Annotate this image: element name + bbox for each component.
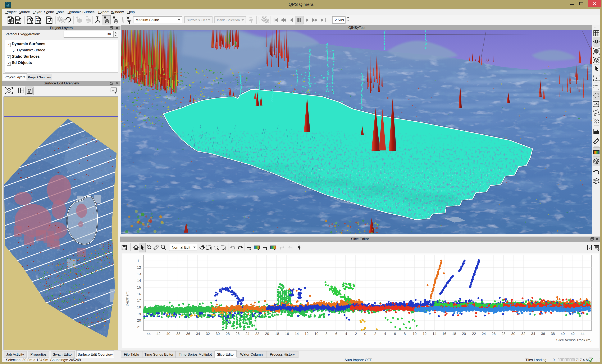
svg-text:6: 6	[394, 332, 396, 336]
svg-text:-2: -2	[354, 332, 357, 336]
svg-text:19: 19	[137, 312, 141, 316]
svg-text:11: 11	[137, 259, 141, 263]
svg-text:-44: -44	[146, 332, 151, 336]
svg-text:14: 14	[137, 279, 141, 283]
svg-text:34: 34	[531, 332, 535, 336]
svg-text:-26: -26	[235, 332, 240, 336]
svg-text:-40: -40	[165, 332, 171, 336]
svg-text:Time Series Editor: Time Series Editor	[144, 353, 174, 356]
svg-text:Normal Edit: Normal Edit	[172, 246, 190, 250]
svg-text:12: 12	[423, 332, 427, 336]
svg-text:-22: -22	[254, 332, 259, 336]
svg-text:-14: -14	[294, 332, 299, 336]
svg-text:-20: -20	[264, 332, 269, 336]
svg-text:14: 14	[433, 332, 437, 336]
svg-text:36: 36	[541, 332, 545, 336]
svg-text:Time Series Multiplot: Time Series Multiplot	[179, 353, 212, 356]
svg-text:8: 8	[404, 332, 406, 336]
svg-text:22: 22	[472, 332, 476, 336]
svg-text:Inside Selection: Inside Selection	[217, 18, 240, 22]
svg-text:Depth (m): Depth (m)	[125, 291, 129, 306]
svg-text:Job Activity: Job Activity	[6, 353, 24, 356]
svg-text:2: 2	[374, 332, 376, 336]
svg-text:12: 12	[137, 266, 141, 270]
svg-text:38: 38	[551, 332, 555, 336]
svg-text:28: 28	[502, 332, 505, 336]
svg-text:4: 4	[384, 332, 386, 336]
svg-text:File Table: File Table	[124, 353, 139, 356]
svg-text:40: 40	[561, 332, 565, 336]
svg-text:Medium Spline: Medium Spline	[136, 18, 159, 22]
svg-text:Process History: Process History	[270, 353, 295, 356]
svg-text:-8: -8	[324, 332, 327, 336]
svg-text:-4: -4	[344, 332, 347, 336]
svg-text:32: 32	[521, 332, 526, 336]
svg-text:-24: -24	[244, 332, 249, 336]
svg-text:?: ?	[589, 246, 591, 250]
svg-text:18: 18	[137, 305, 141, 309]
svg-text:-12: -12	[303, 332, 309, 336]
svg-text:10: 10	[413, 332, 417, 336]
svg-text:Swath Editor: Swath Editor	[53, 353, 73, 356]
svg-text:20: 20	[462, 332, 466, 336]
svg-text:20: 20	[137, 318, 141, 322]
svg-text:30: 30	[511, 332, 516, 336]
svg-text:42: 42	[571, 332, 575, 336]
svg-text:16: 16	[137, 292, 141, 296]
svg-text:18: 18	[452, 332, 456, 336]
svg-text:44: 44	[581, 332, 585, 336]
svg-text:17: 17	[137, 299, 141, 302]
svg-text:-6: -6	[334, 332, 337, 336]
svg-text:13: 13	[137, 272, 141, 276]
svg-text:Slice Editor: Slice Editor	[217, 353, 235, 356]
svg-text:-38: -38	[175, 332, 181, 336]
svg-text:-16: -16	[284, 332, 289, 336]
svg-text:Surface Edit Overview: Surface Edit Overview	[77, 353, 113, 356]
svg-text:-34: -34	[195, 332, 200, 336]
svg-text:26: 26	[492, 332, 496, 336]
svg-text:24: 24	[482, 332, 486, 336]
svg-text:-36: -36	[185, 332, 190, 336]
svg-text:-30: -30	[215, 332, 220, 336]
svg-text:2.50s: 2.50s	[335, 18, 344, 22]
svg-text:15: 15	[137, 285, 141, 289]
svg-text:Slice Across Track (m): Slice Across Track (m)	[556, 338, 591, 342]
svg-text:0: 0	[364, 332, 366, 336]
svg-text:-28: -28	[225, 332, 230, 336]
svg-text:-42: -42	[155, 332, 161, 336]
svg-text:16: 16	[442, 332, 446, 336]
svg-text:-32: -32	[205, 332, 210, 336]
svg-text:Properties: Properties	[30, 353, 46, 356]
svg-text:-10: -10	[313, 332, 319, 336]
svg-text:Water Column: Water Column	[240, 353, 263, 356]
svg-text:Surface's Files: Surface's Files	[187, 18, 207, 22]
svg-text:21: 21	[137, 325, 141, 329]
svg-text:-18: -18	[274, 332, 279, 336]
